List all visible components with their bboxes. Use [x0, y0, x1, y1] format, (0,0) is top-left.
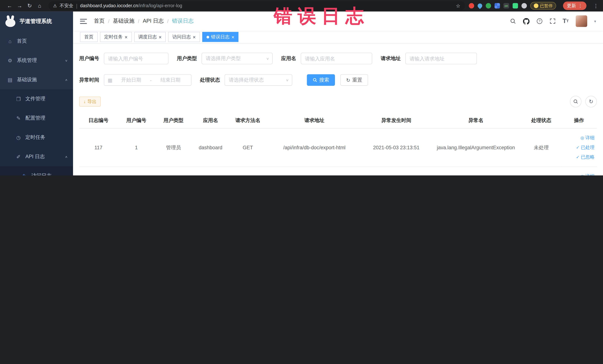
smiley-icon [534, 3, 538, 8]
sidebar-item-access-log[interactable]: ✎访问日志 [0, 166, 73, 176]
check-icon: ✓ [576, 155, 580, 160]
sidebar-item-home[interactable]: ⌂首页 [0, 32, 73, 51]
detail-link[interactable]: ◎详细 [563, 172, 594, 176]
reset-button[interactable]: ↻ 重置 [340, 74, 368, 86]
breadcrumb: 首页 / 基础设施 / API 日志 / 错误日志 [94, 18, 194, 24]
browser-menu-icon[interactable]: ⋮ [593, 3, 598, 9]
table-toolbar: ↓ 导出 ↻ [79, 96, 597, 107]
sidebar-item-api-log[interactable]: ✐API 日志∧ [0, 147, 73, 166]
refresh-button[interactable]: ↻ [585, 96, 597, 107]
processed-link[interactable]: ✓已处理 [563, 143, 594, 153]
cell-log-id: 117 [79, 128, 117, 167]
update-button[interactable]: 更新⋮ [563, 1, 587, 10]
date-separator: - [150, 77, 152, 83]
close-icon[interactable]: × [193, 35, 196, 39]
avatar[interactable] [576, 15, 587, 27]
annotation-overlay: 错误日志 [274, 4, 369, 29]
svg-text:?: ? [539, 19, 541, 23]
cell-log-id: 116 [79, 167, 117, 176]
help-icon[interactable]: ? [536, 18, 543, 24]
user-type-select[interactable]: 请选择用户类型 ∨ [201, 53, 273, 64]
app-name-input[interactable] [301, 53, 372, 64]
forward-icon[interactable]: → [15, 3, 25, 9]
fullscreen-icon[interactable] [550, 18, 556, 24]
chevron-down-icon[interactable]: ▾ [594, 19, 596, 23]
cell-actions: ◎详细✓已处理✓已忽略 [561, 128, 597, 167]
export-button[interactable]: ↓ 导出 [79, 97, 101, 107]
back-icon[interactable]: ← [5, 3, 15, 9]
sidebar-item-infra[interactable]: ▤基础设施∧ [0, 70, 73, 89]
extension-icon-paw[interactable] [522, 3, 527, 9]
detail-link[interactable]: ◎详细 [563, 133, 594, 143]
url-domain: dashboard.yudao.iocoder.cn [80, 3, 138, 9]
breadcrumb-api-log[interactable]: API 日志 [143, 18, 164, 24]
sidebar-item-job[interactable]: ◷定时任务 [0, 128, 73, 147]
reload-icon[interactable]: ↻ [25, 3, 35, 9]
column-header: 处理状态 [522, 113, 561, 128]
cell-app-name: dashboard [192, 167, 229, 176]
breadcrumb-current: 错误日志 [172, 18, 194, 24]
process-status-select[interactable]: 请选择处理状态 ∨ [225, 74, 292, 86]
tab-job[interactable]: 定时任务× [100, 32, 132, 42]
tab-access-log[interactable]: 访问日志× [168, 32, 200, 42]
tab-job-log[interactable]: 调度日志× [134, 32, 166, 42]
warning-icon: ⚠ [53, 3, 57, 8]
home-icon[interactable]: ⌂ [35, 3, 45, 9]
calendar-icon: ▦ [108, 77, 113, 83]
user-type-field: 用户类型 请选择用户类型 ∨ [177, 53, 273, 64]
search-icon [573, 99, 578, 104]
ignore-link[interactable]: ✓已忽略 [563, 153, 594, 162]
user-id-input[interactable] [104, 53, 169, 64]
action-label: 已处理 [581, 144, 595, 151]
close-icon[interactable]: × [125, 35, 128, 39]
chevron-up-icon: ∧ [65, 78, 68, 81]
export-button-label: 导出 [87, 98, 97, 105]
cell-user-id: 1 [118, 128, 155, 167]
sidebar: 芋道管理系统 ⌂首页⚙系统管理∨▤基础设施∧❐文件管理✎配置管理◷定时任务✐AP… [0, 12, 73, 176]
action-label: 已忽略 [581, 154, 595, 160]
cell-process-status: 未处理 [522, 167, 561, 176]
exception-time-range-picker[interactable]: ▦ 开始日期 - 结束日期 [104, 74, 191, 86]
tab-error-log[interactable]: 错误日志× [202, 32, 239, 42]
extension-icon-red[interactable] [469, 3, 474, 9]
cell-exception-time: 2021-05-03 23:13:51 [362, 128, 430, 167]
search-button[interactable]: 搜索 [307, 74, 335, 86]
update-label: 更新 [567, 2, 576, 9]
collapse-sidebar-icon[interactable] [80, 19, 87, 24]
address-bar[interactable]: ⚠ 不安全 | dashboard.yudao.iocoder.cn/infra… [48, 1, 465, 10]
extension-icon-drop[interactable] [477, 3, 483, 9]
sidebar-item-file[interactable]: ❐文件管理 [0, 89, 73, 108]
security-label: 不安全 [59, 2, 73, 9]
paused-extension-badge[interactable]: 已暂停 [530, 2, 556, 10]
app-logo[interactable]: 芋道管理系统 [0, 12, 73, 32]
search-toggle-button[interactable] [570, 96, 581, 107]
api-log-icon: ✐ [15, 154, 22, 159]
tab-home[interactable]: 首页 [80, 32, 98, 42]
table-row: 1171管理员dashboardGET/api/infra/db-doc/exp… [79, 128, 597, 167]
cell-user-type: 管理员 [155, 167, 192, 176]
sidebar-item-label: 访问日志 [32, 172, 52, 176]
extension-icon-grid[interactable] [495, 3, 500, 9]
breadcrumb-infra[interactable]: 基础设施 [113, 18, 134, 24]
chevron-up-icon: ∧ [65, 155, 68, 158]
tab-label: 错误日志 [211, 34, 230, 40]
extension-icon-green[interactable] [486, 3, 491, 9]
extension-on-badge[interactable]: on [503, 3, 509, 9]
cell-method: GET [229, 128, 266, 167]
sidebar-item-config[interactable]: ✎配置管理 [0, 108, 73, 128]
chevron-down-icon: ∨ [65, 59, 68, 62]
update-menu-icon: ⋮ [578, 3, 583, 9]
extension-icon-leaf[interactable] [512, 3, 518, 9]
font-size-icon[interactable]: TT [563, 18, 569, 24]
search-icon[interactable] [510, 18, 516, 24]
bookmark-star-icon[interactable]: ☆ [456, 3, 460, 9]
sidebar-item-system[interactable]: ⚙系统管理∨ [0, 51, 73, 70]
breadcrumb-home[interactable]: 首页 [94, 18, 104, 24]
close-icon[interactable]: × [231, 35, 234, 39]
close-icon[interactable]: × [159, 35, 162, 39]
request-url-label: 请求地址 [381, 55, 401, 62]
request-url-input[interactable] [406, 53, 477, 64]
github-icon[interactable] [523, 18, 530, 24]
request-url-field: 请求地址 [381, 53, 477, 64]
column-header: 异常发生时间 [362, 113, 430, 128]
